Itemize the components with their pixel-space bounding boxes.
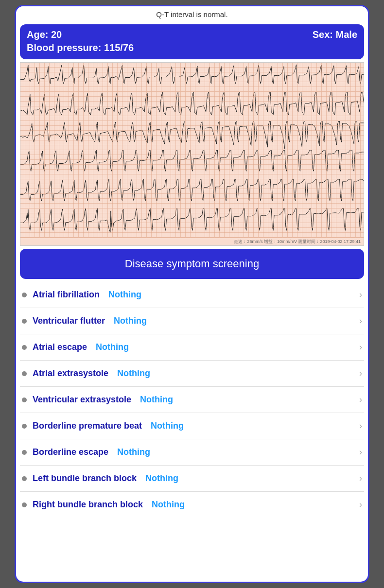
ecg-strip-2 [20,92,364,121]
symptom-bullet-1 [22,319,27,324]
patient-info: Age: 20 Sex: Male Blood pressure: 115/76 [20,24,364,59]
top-note: Q-T interval is normal. [16,6,368,22]
chevron-right-icon-4: › [359,395,362,405]
symptom-list: Atrial fibrillationNothing›Ventricular f… [16,282,368,518]
chevron-right-icon-8: › [359,500,362,510]
chevron-right-icon-3: › [359,368,362,379]
ecg-strip-5 [20,179,364,208]
symptom-status-8: Nothing [152,500,185,510]
ecg-strip-1 [20,63,364,92]
symptom-item-1[interactable]: Ventricular flutterNothing› [20,308,364,334]
symptom-status-3: Nothing [117,368,150,379]
chevron-right-icon-5: › [359,421,362,431]
ecg-info-bar: 走速：25mm/s 增益：10mm/mV 测量时间：2019-04-02 17:… [20,238,364,245]
symptom-name-4: Ventricular extrasystole [33,395,131,405]
symptom-item-3[interactable]: Atrial extrasystoleNothing› [20,361,364,387]
symptom-bullet-5 [22,424,27,429]
symptom-name-3: Atrial extrasystole [33,368,108,379]
ecg-strip-4 [20,150,364,179]
chevron-right-icon-1: › [359,316,362,326]
symptom-bullet-0 [22,293,27,297]
symptom-item-7[interactable]: Left bundle branch blockNothing› [20,466,364,492]
chevron-right-icon-6: › [359,447,362,457]
symptom-item-6[interactable]: Borderline escapeNothing› [20,439,364,466]
symptom-name-8: Right bundle branch block [33,500,143,510]
symptom-status-6: Nothing [117,447,150,457]
symptom-status-2: Nothing [96,342,129,352]
symptom-name-1: Ventricular flutter [33,316,105,326]
symptom-bullet-6 [22,450,27,455]
ecg-strip-6 [20,208,364,238]
ecg-strip-3 [20,121,364,150]
chevron-right-icon-2: › [359,342,362,352]
symptom-bullet-3 [22,371,27,376]
symptom-name-2: Atrial escape [33,342,87,352]
symptom-name-5: Borderline premature beat [33,421,142,431]
symptom-bullet-8 [22,502,27,507]
symptom-bullet-4 [22,398,27,402]
symptom-item-5[interactable]: Borderline premature beatNothing› [20,413,364,439]
symptom-bullet-7 [22,476,27,481]
symptom-item-4[interactable]: Ventricular extrasystoleNothing› [20,387,364,413]
ecg-container: 走速：25mm/s 增益：10mm/mV 测量时间：2019-04-02 17:… [20,62,364,246]
symptom-status-0: Nothing [108,290,141,300]
symptom-name-6: Borderline escape [33,447,108,457]
symptom-status-4: Nothing [140,395,173,405]
symptom-name-7: Left bundle branch block [33,473,137,484]
symptom-item-0[interactable]: Atrial fibrillationNothing› [20,282,364,308]
chevron-right-icon-0: › [359,290,362,300]
symptom-item-2[interactable]: Atrial escapeNothing› [20,334,364,361]
sex-label: Sex: Male [313,29,357,40]
symptom-status-7: Nothing [145,473,178,484]
symptom-status-5: Nothing [151,421,184,431]
symptom-status-1: Nothing [114,316,147,326]
symptom-item-8[interactable]: Right bundle branch blockNothing› [20,492,364,518]
disease-screening-button[interactable]: Disease symptom screening [20,249,364,279]
age-label: Age: 20 [27,29,62,40]
symptom-bullet-2 [22,345,27,350]
bp-label: Blood pressure: 115/76 [27,42,134,53]
chevron-right-icon-7: › [359,473,362,484]
symptom-name-0: Atrial fibrillation [33,290,100,300]
